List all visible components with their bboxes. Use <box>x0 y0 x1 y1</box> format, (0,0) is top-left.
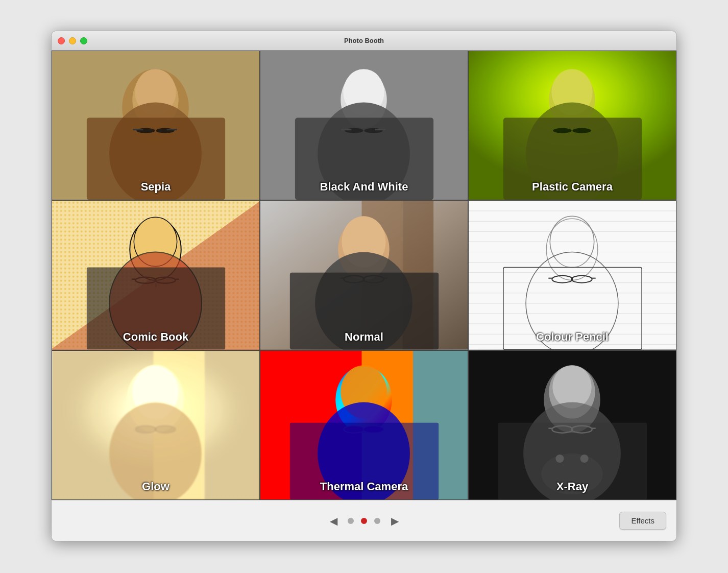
effects-grid: Sepia Black And White <box>52 51 676 500</box>
svg-point-25 <box>553 128 571 133</box>
pencil-label: Colour Pencil <box>469 330 676 344</box>
effect-cell-plastic[interactable]: Plastic Camera <box>468 51 676 200</box>
toolbar: ◀ ▶ Effects <box>52 500 676 541</box>
effect-cell-sepia[interactable]: Sepia <box>52 51 260 200</box>
close-button[interactable] <box>58 37 65 44</box>
plastic-label: Plastic Camera <box>469 180 676 194</box>
effect-cell-comic[interactable]: Comic Book <box>52 200 260 350</box>
maximize-button[interactable] <box>80 37 87 44</box>
nav-dot-2[interactable] <box>361 518 367 524</box>
glow-label: Glow <box>52 480 259 493</box>
navigation: ◀ ▶ <box>326 514 402 528</box>
minimize-button[interactable] <box>69 37 76 44</box>
thermal-label: Thermal Camera <box>260 480 468 493</box>
svg-point-103 <box>580 455 589 463</box>
prev-button[interactable]: ◀ <box>326 514 341 528</box>
effect-cell-thermal[interactable]: Thermal Camera <box>260 350 468 500</box>
svg-point-94 <box>552 365 591 408</box>
xray-label: X-Ray <box>469 480 676 493</box>
normal-label: Normal <box>260 330 468 344</box>
bw-label: Black And White <box>260 180 468 194</box>
effect-cell-bw[interactable]: Black And White <box>260 51 468 200</box>
sepia-label: Sepia <box>52 180 259 194</box>
effect-cell-glow[interactable]: Glow <box>52 350 260 500</box>
svg-rect-51 <box>469 201 676 349</box>
svg-rect-19 <box>260 51 468 200</box>
nav-dot-3[interactable] <box>374 518 380 524</box>
effects-button[interactable]: Effects <box>619 512 666 530</box>
next-button[interactable]: ▶ <box>387 514 402 528</box>
window-title: Photo Booth <box>344 37 384 44</box>
title-bar: Photo Booth <box>52 31 676 51</box>
svg-point-26 <box>573 128 591 133</box>
traffic-lights <box>58 37 87 44</box>
effect-cell-pencil[interactable]: Colour Pencil <box>468 200 676 350</box>
comic-label: Comic Book <box>52 330 259 344</box>
svg-point-102 <box>555 455 564 463</box>
photo-booth-window: Photo Booth <box>51 31 677 541</box>
nav-dot-1[interactable] <box>348 518 354 524</box>
effect-cell-normal[interactable]: Normal <box>260 200 468 350</box>
effect-cell-xray[interactable]: X-Ray <box>468 350 676 500</box>
